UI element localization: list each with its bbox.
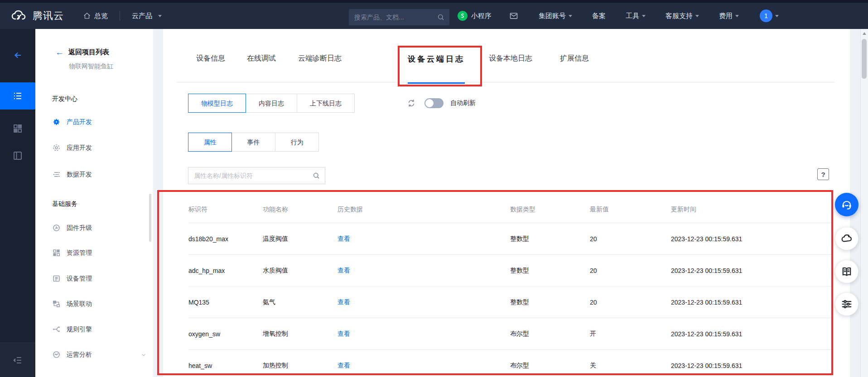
search-icon (312, 172, 320, 180)
sidebar-item-app-dev[interactable]: 应用开发 (52, 143, 143, 152)
strip-panel-button[interactable] (0, 143, 35, 168)
panel-icon (12, 150, 23, 161)
sidebar-section-dev-center: 开发中心 (52, 95, 77, 103)
headset-icon (840, 198, 853, 211)
nav-overview[interactable]: 总览 (83, 12, 108, 20)
category-tab-attribute[interactable]: 属性 (188, 133, 232, 152)
tabs-divider (177, 82, 834, 82)
cell-identifier: MQ135 (188, 299, 263, 306)
sidebar-item-label: 设备管理 (67, 275, 92, 283)
strip-back-button[interactable] (0, 43, 35, 68)
view-history-link[interactable]: 查看 (338, 235, 350, 242)
streams-icon (52, 170, 61, 179)
log-tab-content[interactable]: 内容日志 (246, 94, 297, 113)
tab-device-local-log[interactable]: 设备本地日志 (489, 54, 532, 83)
tab-device-cloud-log[interactable]: 设备云端日志 (408, 54, 465, 84)
chevron-down-icon (735, 15, 739, 17)
sidebar-item-label: 固件升级 (67, 224, 92, 232)
grid-icon (12, 123, 23, 134)
brand-name: 腾讯云 (33, 9, 64, 23)
cell-latest-value: 20 (590, 299, 671, 306)
col-header-data-type: 数据类型 (510, 205, 590, 214)
property-search-box[interactable] (188, 167, 325, 184)
strip-grid-button[interactable] (0, 116, 35, 141)
nav-support-label: 客服支持 (665, 12, 693, 20)
nav-miniprogram[interactable]: 小程序 (458, 11, 492, 21)
category-tab-action[interactable]: 行为 (275, 133, 319, 152)
table-row: heat_sw 加热控制 查看 布尔型 关 2023-12-23 00:15:5… (188, 349, 832, 377)
sidebar-item-resource-mgmt[interactable]: 资源管理 (52, 248, 143, 257)
category-buttons: 属性 事件 行为 (188, 133, 319, 152)
back-arrow-icon: ← (55, 48, 64, 57)
nav-tools-label: 工具 (626, 12, 639, 20)
view-history-link[interactable]: 查看 (338, 362, 350, 369)
device-tabs: 设备信息 在线调试 云端诊断日志 设备云端日志 设备本地日志 扩展信息 (196, 54, 589, 84)
nav-group-account[interactable]: 集团账号 (539, 12, 572, 20)
view-history-link[interactable]: 查看 (338, 267, 350, 274)
scrollbar-thumb[interactable] (862, 39, 867, 79)
mail-icon[interactable] (509, 11, 519, 20)
survey-button[interactable] (835, 292, 858, 316)
cell-identifier: adc_hp_max (188, 267, 263, 274)
log-tab-onoff[interactable]: 上下线日志 (297, 94, 355, 113)
category-tab-event[interactable]: 事件 (231, 133, 275, 152)
cell-data-type: 布尔型 (510, 330, 590, 338)
nav-support[interactable]: 客服支持 (665, 12, 699, 20)
cloud-feedback-button[interactable] (835, 227, 858, 250)
collapse-sidebar-button[interactable] (0, 348, 35, 373)
log-tab-model[interactable]: 物模型日志 (188, 94, 246, 113)
sidebar-item-label: 规则引擎 (67, 325, 92, 334)
global-search-box[interactable] (349, 9, 449, 25)
nav-billing[interactable]: 费用 (719, 12, 739, 20)
chevron-down-icon (775, 15, 779, 17)
cell-update-time: 2023-12-23 00:15:59.631 (671, 235, 832, 243)
avatar[interactable]: 1 (760, 10, 772, 22)
sidebar-item-device-mgmt[interactable]: 设备管理 (52, 274, 143, 283)
tab-device-info[interactable]: 设备信息 (196, 54, 225, 83)
property-search-input[interactable] (194, 172, 312, 179)
cell-data-type: 布尔型 (510, 362, 590, 370)
sidebar-item-firmware-upgrade[interactable]: 固件升级 (52, 224, 143, 232)
nav-cloud-products-label: 云产品 (132, 12, 152, 20)
auto-refresh-toggle[interactable] (424, 98, 444, 108)
tab-cloud-diagnosis-log[interactable]: 云端诊断日志 (298, 54, 342, 83)
sidebar-item-operation-analysis[interactable]: 运营分析 (52, 350, 143, 359)
view-history-link[interactable]: 查看 (338, 330, 350, 337)
topnav-left: 腾讯云 总览 云产品 (0, 9, 162, 23)
cell-function-name: 加热控制 (263, 362, 338, 370)
sidebar-item-rule-engine[interactable]: 规则引擎 (52, 325, 143, 334)
cell-data-type: 整数型 (510, 298, 590, 306)
global-search-input[interactable] (354, 14, 437, 21)
sidebar-item-product-dev[interactable]: 产品开发 (52, 118, 143, 126)
tab-extended-info[interactable]: 扩展信息 (560, 54, 589, 83)
strip-menu-list-button[interactable] (0, 82, 35, 110)
nav-overview-label: 总览 (94, 12, 108, 20)
tencent-cloud-logo[interactable]: 腾讯云 (11, 9, 64, 23)
nav-cloud-products[interactable]: 云产品 (132, 12, 162, 20)
nav-beian[interactable]: 备案 (592, 12, 606, 20)
auto-refresh-label: 自动刷新 (450, 99, 476, 107)
wrench-circle-icon (52, 224, 61, 232)
help-button[interactable]: ? (817, 168, 829, 180)
cell-latest-value: 20 (590, 267, 671, 274)
back-to-project-list[interactable]: ← 返回项目列表 (55, 48, 109, 57)
sidebar-item-scene-linkage[interactable]: 场景联动 (52, 300, 143, 308)
nav-group-account-label: 集团账号 (539, 12, 566, 20)
topnav-right: 小程序 集团账号 备案 工具 客服支持 费用 (458, 3, 779, 29)
nav-tools[interactable]: 工具 (626, 12, 646, 20)
vertical-scrollbar[interactable] (860, 29, 868, 377)
scrollbar-up-arrow[interactable] (863, 32, 866, 35)
tencent-cloud-console: 腾讯云 总览 云产品 (0, 0, 868, 377)
view-history-link[interactable]: 查看 (338, 298, 350, 305)
documentation-button[interactable] (835, 260, 858, 283)
table-header-row: 标识符 功能名称 历史数据 数据类型 最新值 更新时间 (188, 196, 832, 223)
tab-online-debug[interactable]: 在线调试 (247, 54, 276, 83)
sidebar-scrollbar-thumb[interactable] (149, 194, 151, 242)
open-book-icon (840, 265, 853, 278)
customer-service-button[interactable] (835, 193, 858, 216)
refresh-icon[interactable] (406, 98, 417, 109)
col-header-function-name: 功能名称 (263, 205, 338, 214)
sidebar-item-label: 应用开发 (67, 144, 92, 152)
sidebar-item-data-dev[interactable]: 数据开发 (52, 170, 143, 179)
account-menu[interactable]: 1 (760, 10, 779, 22)
